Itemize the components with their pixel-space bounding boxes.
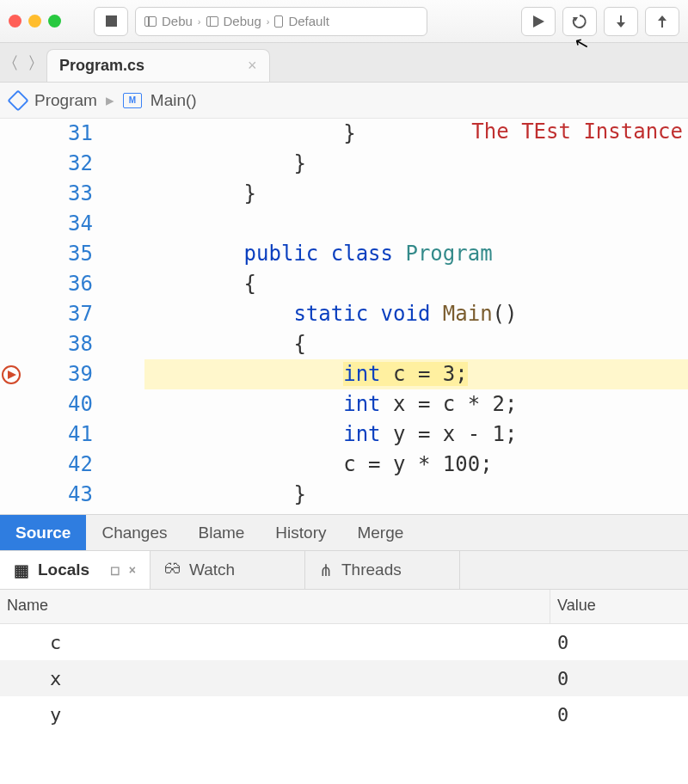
var-value: 0	[550, 668, 688, 689]
locals-tab-label: Locals	[38, 560, 89, 579]
stop-icon	[106, 15, 117, 27]
code-body[interactable]: The TEst Instance } } } public class Pro…	[144, 119, 688, 514]
column-value[interactable]: Value	[550, 590, 688, 623]
panel-icon[interactable]: ◻	[110, 563, 120, 577]
close-icon[interactable]: ×	[129, 563, 136, 577]
locals-tab[interactable]: ▦ Locals ◻ ×	[0, 551, 150, 589]
code-editor[interactable]: 31323334353637383940414243 The TEst Inst…	[0, 119, 688, 514]
variable-row[interactable]: y0	[0, 696, 688, 732]
code-line[interactable]: {	[144, 269, 688, 299]
vcs-tab-bar: SourceChangesBlameHistoryMerge	[0, 514, 688, 550]
line-number: 39	[26, 359, 93, 389]
restart-button[interactable]	[562, 7, 597, 36]
variable-row[interactable]: x0	[0, 660, 688, 696]
file-tab-label: Program.cs	[59, 57, 144, 75]
var-name: y	[0, 704, 550, 726]
line-number: 36	[26, 269, 93, 299]
watch-tab[interactable]: 👓︎ Watch	[150, 551, 305, 589]
code-line[interactable]	[144, 209, 688, 239]
code-line[interactable]: }	[144, 480, 688, 510]
chevron-right-icon: ›	[198, 16, 201, 27]
run-config-part2: Debug	[224, 14, 261, 28]
code-line[interactable]: int y = x - 1;	[144, 420, 688, 450]
svg-marker-5	[658, 15, 666, 21]
var-value: 0	[550, 704, 688, 726]
window-close-button[interactable]	[9, 15, 22, 28]
code-line[interactable]: int c = 3;	[144, 359, 688, 389]
vcs-tab-source[interactable]: Source	[0, 515, 86, 550]
stop-button[interactable]	[94, 7, 128, 36]
line-number: 40	[26, 389, 93, 420]
nav-arrows: 〈 〉	[7, 53, 40, 71]
fold-gutter[interactable]	[101, 119, 144, 514]
svg-marker-0	[533, 15, 544, 28]
threads-icon: ⋔	[319, 560, 333, 580]
code-line[interactable]: static void Main()	[144, 299, 688, 329]
code-line[interactable]: public class Program	[144, 239, 688, 269]
csharp-icon	[7, 89, 28, 111]
variable-row[interactable]: c0	[0, 624, 688, 660]
code-line-truncated: The TEst Instance	[471, 117, 683, 147]
breadcrumb: Program ▸ M Main()	[0, 83, 688, 119]
line-number: 34	[26, 209, 93, 239]
step-out-button[interactable]	[645, 7, 679, 36]
run-config-part3: Default	[288, 14, 329, 28]
line-number: 43	[26, 480, 93, 510]
chevron-right-icon: ▸	[106, 90, 114, 110]
window-minimize-button[interactable]	[28, 15, 41, 28]
vcs-tab-history[interactable]: History	[260, 515, 341, 550]
window-zoom-button[interactable]	[48, 15, 61, 28]
method-icon: M	[123, 93, 142, 108]
nav-forward-button[interactable]: 〉	[29, 53, 34, 71]
run-config-part1: Debu	[162, 14, 193, 28]
step-into-button[interactable]	[604, 7, 638, 36]
window-traffic-lights	[9, 15, 70, 28]
panel-icon	[206, 16, 218, 27]
watch-tab-label: Watch	[189, 560, 235, 579]
device-icon	[274, 15, 283, 28]
restart-icon	[572, 14, 587, 29]
line-number: 32	[26, 149, 93, 179]
svg-marker-7	[8, 371, 16, 379]
code-line[interactable]: }	[144, 149, 688, 179]
threads-tab-label: Threads	[341, 560, 402, 579]
code-line[interactable]: int x = c * 2;	[144, 389, 688, 420]
code-line[interactable]: }	[144, 179, 688, 209]
grid-icon: ▦	[14, 560, 29, 580]
locals-table-header: Name Value	[0, 590, 688, 624]
line-number: 41	[26, 420, 93, 450]
arrow-up-icon	[655, 15, 669, 28]
execution-pointer-icon	[2, 365, 21, 384]
panel-icon	[144, 16, 157, 27]
column-name[interactable]: Name	[0, 590, 550, 623]
close-tab-icon[interactable]: ×	[248, 57, 257, 75]
breadcrumb-method[interactable]: Main()	[150, 91, 197, 110]
vcs-tab-blame[interactable]: Blame	[182, 515, 260, 550]
threads-tab[interactable]: ⋔ Threads	[305, 551, 460, 589]
breadcrumb-class[interactable]: Program	[34, 91, 97, 110]
arrow-down-icon	[614, 15, 628, 28]
vcs-tab-merge[interactable]: Merge	[341, 515, 419, 550]
file-tab[interactable]: Program.cs ×	[46, 49, 270, 82]
var-name: x	[0, 668, 550, 689]
line-number: 31	[26, 119, 93, 149]
line-numbers: 31323334353637383940414243	[26, 119, 101, 514]
nav-back-button[interactable]: 〈	[12, 53, 17, 71]
chevron-right-icon: ›	[267, 16, 270, 27]
line-number: 38	[26, 329, 93, 359]
code-line[interactable]: {	[144, 329, 688, 359]
locals-table-body: c0x0y0	[0, 624, 688, 732]
editor-tab-bar: 〈 〉 Program.cs ×	[0, 43, 688, 83]
svg-marker-3	[617, 22, 625, 28]
run-button[interactable]	[521, 7, 556, 36]
line-number: 37	[26, 299, 93, 329]
debug-panel-tabs: ▦ Locals ◻ × 👓︎ Watch ⋔ Threads	[0, 550, 688, 590]
breakpoint-gutter[interactable]	[0, 119, 26, 514]
line-number: 35	[26, 239, 93, 269]
glasses-icon: 👓︎	[164, 560, 181, 579]
run-config-selector[interactable]: Debu › Debug › Default	[135, 7, 427, 36]
var-value: 0	[550, 632, 688, 653]
code-line[interactable]: c = y * 100;	[144, 450, 688, 480]
var-name: c	[0, 632, 550, 653]
vcs-tab-changes[interactable]: Changes	[86, 515, 182, 550]
